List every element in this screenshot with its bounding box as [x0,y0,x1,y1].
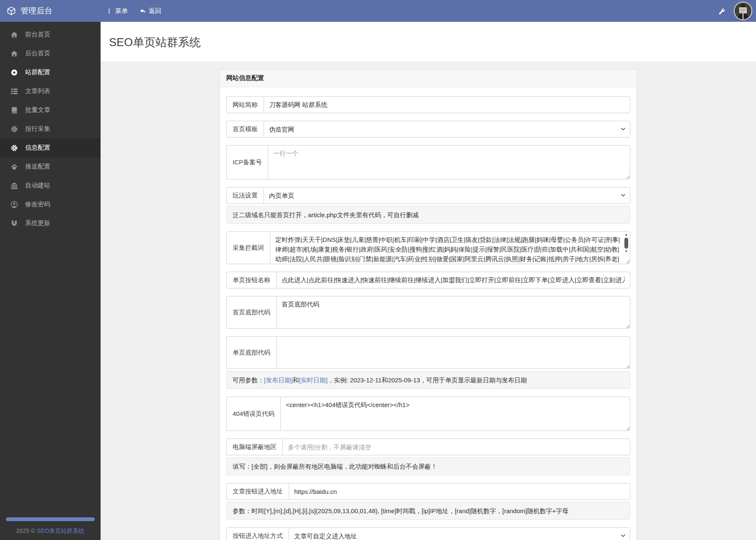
sidebar-item-change-password[interactable]: 修改密码 [0,195,101,214]
button-url-mode-label: 按钮进入地址方式 [226,527,289,540]
home-footer-code-label: 首页底部代码 [226,296,276,329]
error-404-label: 404错误页代码 [226,397,280,431]
topbar-right [718,2,756,20]
menu-toggle-label: 菜单 [115,7,128,15]
home-icon [10,31,18,39]
url-params-hint: 参数：时间[Y],[m],[d],[H],[i],[s](2025,09,13,… [226,502,630,520]
form-row-article-button-url: 文章按钮进入地址 参数：时间[Y],[m],[d],[H],[i],[s](20… [226,483,630,520]
home-footer-code-textarea[interactable]: 首页底部代码 [276,296,630,329]
sidebar-item-label: 推送配置 [25,163,50,171]
sidebar-item-label: 按行采集 [25,125,50,133]
brand-title: 管理后台 [21,5,52,16]
panel-title: 网站信息配置 [220,70,637,87]
form-row-button-url-mode: 按钮进入地址方式 文章可自定义进入地址 [226,527,630,540]
sidebar-item-label: 批量文章 [25,106,50,114]
topbar: 管理后台 菜单 返回 [0,0,756,22]
paw-icon [10,163,18,171]
form-row-404-code: 404错误页代码 <center><h1>404错误页代码</center></… [226,397,630,431]
cube-logo-icon [7,6,16,16]
bank-icon [10,182,18,190]
sidebar-item-front-home[interactable]: 前台首页 [0,25,101,44]
article-button-url-label: 文章按钮进入地址 [226,483,289,500]
list-icon [10,88,18,95]
sidebar-item-label: 系统更新 [25,219,50,227]
form-row-page-footer-code: 单页底部代码 可用参数：[发布日期]和[实时日期]，实例: 2023-12-11… [226,336,630,389]
form-row-block-words: 采集拦截词 定时炸弹|天天干|DNS|床垫|儿童|慈善|中职|机车|印刷|中学|… [226,231,630,264]
sidebar-item-admin-home[interactable]: 后台首页 [0,44,101,63]
copyright: 2025 © SEO单页站群系统 [0,527,101,535]
scroll-up-icon[interactable]: ▲ [625,232,628,237]
page-footer-code-textarea[interactable] [276,336,630,369]
page-title: SEO单页站群系统 [109,35,756,50]
publish-date-param-link[interactable]: [发布日期] [264,376,293,384]
sidebar-item-label: 文章列表 [25,87,50,95]
reply-arrow-icon [140,8,146,14]
pc-block-area-input[interactable] [282,439,630,455]
scroll-down-icon[interactable]: ▼ [625,249,628,254]
play-mode-select[interactable]: 内页单页 [264,187,630,204]
magnet-icon [10,220,18,227]
date-params-hint: 可用参数：[发布日期]和[实时日期]，实例: 2023-12-11和2025-0… [226,371,630,389]
icp-label: ICP备案号 [226,145,268,179]
play-mode-hint: 泛二级域名只能首页打开，article.php文件夹里有代码，可自行删减 [226,206,630,224]
play-mode-label: 玩法设置 [226,187,264,204]
page-header: SEO单页站群系统 [101,22,756,62]
sidebar: 前台首页 后台首页 站群配置 文章列表 批量文章 按行采集 信息配置 推送配置 [0,22,101,540]
sidebar-item-auto-build[interactable]: 自动建站 [0,176,101,195]
book-icon [10,106,18,114]
form-row-play-mode: 玩法设置 内页单页 泛二级域名只能首页打开，article.php文件夹里有代码… [226,187,630,224]
sidebar-item-article-list[interactable]: 文章列表 [0,82,101,101]
form-row-icp: ICP备案号 [226,145,630,179]
button-names-label: 单页按钮名称 [226,272,276,288]
sidebar-item-site-group-config[interactable]: 站群配置 [0,63,101,82]
site-name-input[interactable] [264,96,630,113]
content-area: 网站信息配置 网站简称 首页模板 伪造官网 [101,62,756,540]
back-button-label: 返回 [149,7,161,15]
system-link[interactable]: SEO单页站群系统 [37,527,85,534]
textarea-scrollbar[interactable]: ▲ ▼ [623,232,629,257]
pc-block-area-hint: 填写：[全部]，则会屏蔽所有地区电脑端，此功能对蜘蛛和后台不会屏蔽！ [226,457,630,475]
gear-icon [10,144,18,152]
form-row-button-names: 单页按钮名称 [226,272,630,288]
sidebar-item-line-collect[interactable]: 按行采集 [0,119,101,138]
realtime-date-param-link[interactable]: [实时日期] [299,376,327,384]
button-url-mode-select[interactable]: 文章可自定义进入地址 [289,527,630,540]
scroll-thumb[interactable] [624,238,628,249]
panel-body: 网站简称 首页模板 伪造官网 [220,87,637,540]
article-button-url-input[interactable] [289,483,630,500]
settings-button[interactable] [718,8,725,15]
avatar[interactable] [734,2,752,20]
sidebar-item-system-update[interactable]: 系统更新 [0,214,101,233]
sidebar-item-info-config[interactable]: 信息配置 [0,138,101,157]
user-circle-icon [10,201,18,208]
block-words-textarea[interactable]: 定时炸弹|天天干|DNS|床垫|儿童|慈善|中职|机车|印刷|中学|酒店|卫生|… [270,231,630,264]
button-names-input[interactable] [276,272,630,288]
main-content: SEO单页站群系统 网站信息配置 网站简称 首页模板 [101,0,756,540]
form-row-site-name: 网站简称 [226,96,630,113]
vertical-dots-icon [106,8,112,14]
gear-icon [10,125,18,133]
pc-block-area-label: 电脑端屏蔽地区 [226,439,282,455]
back-button[interactable]: 返回 [140,7,161,15]
sidebar-item-label: 后台首页 [25,49,50,57]
sidebar-item-push-config[interactable]: 推送配置 [0,157,101,176]
menu-toggle[interactable]: 菜单 [106,7,128,15]
page-footer-code-label: 单页底部代码 [226,336,276,369]
home-template-label: 首页模板 [226,121,264,138]
site-info-panel: 网站信息配置 网站简称 首页模板 伪造官网 [220,69,637,540]
form-row-home-template: 首页模板 伪造官网 [226,121,630,138]
home-template-select[interactable]: 伪造官网 [264,121,630,138]
form-row-home-footer-code: 首页底部代码 首页底部代码 [226,296,630,329]
form-row-pc-block-area: 电脑端屏蔽地区 填写：[全部]，则会屏蔽所有地区电脑端，此功能对蜘蛛和后台不会屏… [226,439,630,475]
sidebar-item-label: 自动建站 [25,182,50,190]
copyright-year: 2025 © [16,527,37,534]
sidebar-scrollbar[interactable] [6,517,95,521]
sidebar-item-label: 站群配置 [25,68,50,76]
sidebar-item-batch-articles[interactable]: 批量文章 [0,101,101,119]
block-words-label: 采集拦截词 [226,231,270,264]
icp-textarea[interactable] [268,145,630,179]
brand[interactable]: 管理后台 [0,5,101,16]
sidebar-menu: 前台首页 后台首页 站群配置 文章列表 批量文章 按行采集 信息配置 推送配置 [0,22,101,233]
topnav: 菜单 返回 [101,7,161,15]
error-404-textarea[interactable]: <center><h1>404错误页代码</center></h1> [280,397,630,431]
